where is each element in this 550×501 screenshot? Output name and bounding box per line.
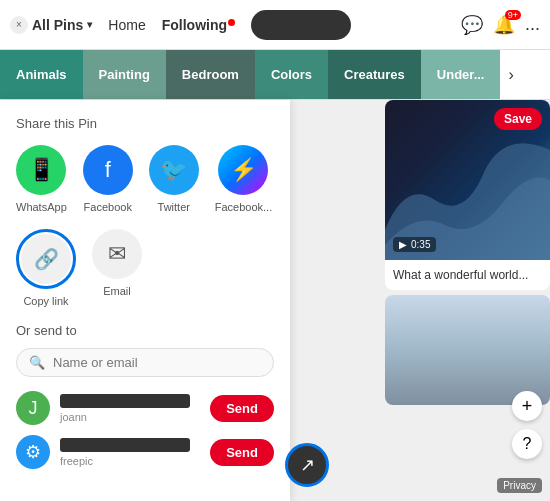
share-copy-link[interactable]: 🔗 Copy link — [16, 229, 76, 307]
share-messenger[interactable]: ⚡ Facebook... — [215, 145, 272, 213]
messenger-label: Facebook... — [215, 201, 272, 213]
contact-item-joann: J joann Send — [16, 391, 274, 425]
avatar-freepic: ⚙ — [16, 435, 50, 469]
contact-item-freepic: ⚙ freepic Send — [16, 435, 274, 469]
share-title: Share this Pin — [16, 116, 274, 131]
question-button[interactable]: ? — [512, 429, 542, 459]
contact-info-joann: joann — [60, 394, 200, 423]
notification-dot — [228, 19, 235, 26]
notification-badge: 9+ — [505, 10, 521, 20]
copy-link-icon: 🔗 — [21, 234, 71, 284]
nav-following[interactable]: Following — [162, 17, 235, 33]
email-icon: ✉ — [92, 229, 142, 279]
send-button-freepic[interactable]: Send — [210, 439, 274, 466]
share-twitter[interactable]: 🐦 Twitter — [149, 145, 199, 213]
share-float-button[interactable]: ↗ — [285, 443, 329, 487]
play-icon: ▶ — [399, 239, 407, 250]
contact-handle-freepic: freepic — [60, 455, 200, 467]
share-panel: Share this Pin 📱 WhatsApp f Facebook 🐦 T… — [0, 100, 290, 501]
contact-name-bar-joann — [60, 394, 190, 408]
main-content: Share this Pin 📱 WhatsApp f Facebook 🐦 T… — [0, 100, 550, 501]
facebook-label: Facebook — [84, 201, 132, 213]
plus-button[interactable]: + — [512, 391, 542, 421]
tab-more-button[interactable]: › — [500, 50, 521, 99]
search-icon: 🔍 — [29, 355, 45, 370]
tab-under[interactable]: Under... — [421, 50, 501, 99]
copy-link-ring: 🔗 — [16, 229, 76, 289]
tab-colors[interactable]: Colors — [255, 50, 328, 99]
chat-icon-button[interactable]: 💬 — [461, 14, 483, 36]
contact-name-bar-freepic — [60, 438, 190, 452]
share-email[interactable]: ✉ Email — [92, 229, 142, 307]
header-icons: 💬 🔔 9+ ... — [461, 14, 540, 36]
bell-icon-button[interactable]: 🔔 9+ — [493, 14, 515, 36]
share-whatsapp[interactable]: 📱 WhatsApp — [16, 145, 67, 213]
twitter-label: Twitter — [158, 201, 190, 213]
messenger-icon: ⚡ — [218, 145, 268, 195]
privacy-label: Privacy — [497, 478, 542, 493]
category-tabs: Animals Painting Bedroom Colors Creature… — [0, 50, 550, 100]
share-icons-row: 📱 WhatsApp f Facebook 🐦 Twitter ⚡ Facebo… — [16, 145, 274, 213]
facebook-icon: f — [83, 145, 133, 195]
avatar-joann: J — [16, 391, 50, 425]
wave-duration-label: ▶ 0:35 — [393, 237, 436, 252]
chevron-down-icon: ▾ — [87, 19, 92, 30]
share-facebook[interactable]: f Facebook — [83, 145, 133, 213]
whatsapp-icon: 📱 — [16, 145, 66, 195]
save-button[interactable]: Save — [494, 108, 542, 130]
share-float-icon: ↗ — [300, 454, 315, 476]
contact-handle-joann: joann — [60, 411, 200, 423]
all-pins-label: All Pins — [32, 17, 83, 33]
twitter-icon: 🐦 — [149, 145, 199, 195]
more-icon-button[interactable]: ... — [525, 14, 540, 35]
contact-list: J joann Send ⚙ freepic Send — [16, 391, 274, 469]
second-pin-card — [385, 295, 550, 405]
tab-creatures[interactable]: Creatures — [328, 50, 421, 99]
header-search-box[interactable] — [251, 10, 351, 40]
tab-animals[interactable]: Animals — [0, 50, 83, 99]
nav-home[interactable]: Home — [108, 17, 145, 33]
send-button-joann[interactable]: Send — [210, 395, 274, 422]
search-row[interactable]: 🔍 — [16, 348, 274, 377]
header-nav: Home Following — [108, 10, 453, 40]
all-pins-tab[interactable]: All Pins ▾ — [32, 17, 92, 33]
whatsapp-label: WhatsApp — [16, 201, 67, 213]
contact-info-freepic: freepic — [60, 438, 200, 467]
tab-bedroom[interactable]: Bedroom — [166, 50, 255, 99]
close-tab-button[interactable]: × — [10, 16, 28, 34]
email-label: Email — [103, 285, 131, 297]
search-input[interactable] — [53, 355, 261, 370]
or-send-to-label: Or send to — [16, 323, 274, 338]
tab-painting[interactable]: Painting — [83, 50, 166, 99]
copy-link-label: Copy link — [23, 295, 68, 307]
copy-email-row: 🔗 Copy link ✉ Email — [16, 229, 274, 307]
wave-caption: What a wonderful world... — [385, 260, 550, 290]
wave-image: ▶ 0:35 Save — [385, 100, 550, 260]
right-content: ▶ 0:35 Save What a wonderful world... + … — [290, 100, 550, 501]
wave-pin-card: ▶ 0:35 Save What a wonderful world... — [385, 100, 550, 290]
header: × All Pins ▾ Home Following 💬 🔔 9+ ... — [0, 0, 550, 50]
